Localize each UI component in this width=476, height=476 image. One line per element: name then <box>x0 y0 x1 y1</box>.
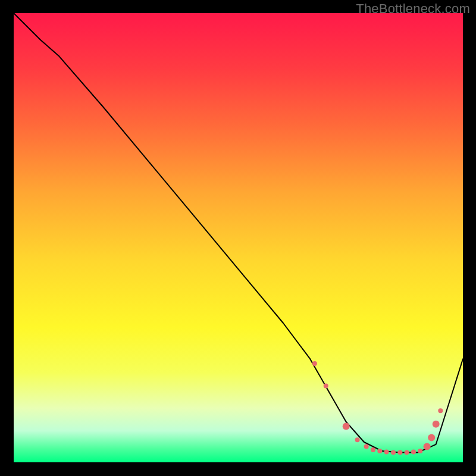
chart-marker <box>433 421 440 428</box>
chart-marker <box>424 443 431 450</box>
chart-marker <box>384 450 389 455</box>
chart-marker <box>355 437 360 442</box>
chart-marker <box>418 449 422 453</box>
chart-marker <box>371 447 375 452</box>
chart-svg <box>14 13 463 462</box>
chart-marker <box>343 423 350 430</box>
chart-markers <box>312 361 443 455</box>
chart-marker <box>405 450 409 455</box>
chart-marker <box>312 361 317 366</box>
chart-marker <box>428 434 435 441</box>
chart-marker <box>324 384 328 389</box>
chart-marker <box>397 450 402 455</box>
chart-marker <box>377 449 382 453</box>
chart-marker <box>391 450 396 455</box>
chart-curve <box>14 13 463 452</box>
chart-marker <box>438 408 443 413</box>
chart-marker <box>411 450 416 455</box>
chart-area <box>14 13 463 462</box>
chart-marker <box>364 444 369 449</box>
